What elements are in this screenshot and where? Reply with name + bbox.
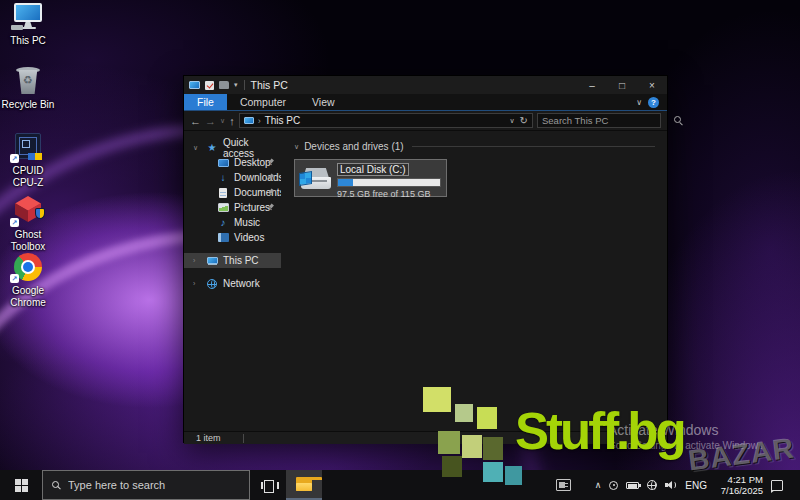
explorer-search-box[interactable]	[537, 113, 661, 128]
expand-icon[interactable]: ›	[193, 280, 195, 287]
drive-local-disk-c[interactable]: Local Disk (C:) 97.5 GB free of 115 GB	[294, 159, 447, 197]
group-header[interactable]: ∨ Devices and drives (1)	[294, 141, 667, 152]
desktop-icon-label: This PC	[0, 35, 56, 47]
chrome-icon: ↗	[12, 252, 44, 282]
shortcut-arrow-icon: ↗	[10, 218, 19, 227]
pin-icon	[267, 159, 274, 166]
address-bar-controls: ∨ ↻	[509, 115, 528, 126]
back-button[interactable]: ←	[190, 115, 201, 127]
file-explorer-taskbar-button[interactable]	[286, 470, 322, 500]
volume-icon[interactable]	[665, 480, 677, 490]
hidden-icons-chevron-icon[interactable]: ∧	[595, 480, 602, 490]
sidebar-item-music[interactable]: ♪ Music	[184, 215, 281, 230]
expand-icon[interactable]: ∨	[193, 144, 198, 152]
taskbar-clock[interactable]: 4:21 PM 7/16/2025	[715, 474, 763, 497]
customize-toolbar-dropdown-icon[interactable]: ▾	[234, 81, 238, 89]
sidebar-item-videos[interactable]: Videos	[184, 230, 281, 245]
desktop-icon-chrome[interactable]: ↗ Google Chrome	[0, 252, 56, 308]
clock-time: 4:21 PM	[715, 474, 763, 485]
drive-usage-fill	[338, 179, 353, 186]
sidebar-item-pictures[interactable]: Pictures	[184, 200, 281, 215]
breadcrumb[interactable]: This PC	[265, 115, 301, 126]
taskbar-search-box[interactable]	[42, 470, 250, 500]
address-bar[interactable]: › This PC ∨ ↻	[239, 113, 533, 128]
desktop-icon-label: CPUID CPU-Z	[0, 165, 56, 188]
drive-usage-bar	[337, 178, 441, 187]
file-explorer-window: ▾ This PC – □ × File Computer View ∨ ? ←…	[183, 75, 668, 443]
title-bar[interactable]: ▾ This PC – □ ×	[184, 76, 667, 94]
taskbar-search-input[interactable]	[68, 479, 240, 491]
tab-view[interactable]: View	[299, 94, 348, 110]
refresh-icon[interactable]: ↻	[520, 115, 528, 126]
forward-button[interactable]: →	[205, 115, 216, 127]
task-view-icon	[261, 480, 275, 491]
sidebar-item-label: Music	[234, 217, 260, 228]
pictures-icon	[218, 203, 229, 212]
search-icon	[52, 481, 61, 490]
sidebar-item-downloads[interactable]: ↓ Downloads	[184, 170, 281, 185]
file-list-pane[interactable]: ∨ Devices and drives (1) Local Disk (C:)…	[281, 131, 667, 431]
battery-icon[interactable]	[626, 482, 639, 489]
desktop-icon-recycle-bin[interactable]: ♻ Recycle Bin	[0, 66, 56, 111]
news-widget-icon[interactable]	[556, 479, 571, 491]
status-bar: 1 item	[184, 431, 667, 444]
address-dropdown-icon[interactable]: ∨	[509, 117, 514, 125]
maximize-button[interactable]: □	[607, 76, 637, 94]
network-icon[interactable]	[647, 480, 657, 490]
shortcut-arrow-icon: ↗	[10, 154, 19, 163]
quick-access-star-icon: ★	[206, 143, 218, 153]
desktop-icon-cpuz[interactable]: ↗ CPUID CPU-Z	[0, 132, 56, 188]
window-title: This PC	[251, 79, 288, 91]
explorer-search-input[interactable]	[542, 115, 674, 126]
sidebar-item-documents[interactable]: Documents	[184, 185, 281, 200]
this-pc-icon	[12, 2, 44, 32]
desktop-icon-label: Ghost Toolbox	[0, 229, 56, 252]
start-button[interactable]	[0, 470, 42, 500]
window-body: ∨ ★ Quick access Desktop ↓ Downloads Doc…	[184, 131, 667, 431]
sidebar-item-label: This PC	[223, 255, 259, 266]
sidebar-item-quick-access[interactable]: ∨ ★ Quick access	[184, 140, 281, 155]
sidebar-item-desktop[interactable]: Desktop	[184, 155, 281, 170]
desktop-icon-label: Recycle Bin	[0, 99, 56, 111]
hard-drive-icon	[299, 164, 333, 194]
minimize-button[interactable]: –	[577, 76, 607, 94]
help-icon[interactable]: ?	[648, 97, 659, 108]
activate-line1: Activate Windows	[608, 422, 766, 438]
sidebar-item-label: Desktop	[234, 157, 271, 168]
activate-line2: Go to Settings to activate Windows.	[608, 440, 766, 451]
windows-logo-icon	[15, 479, 28, 492]
drive-name: Local Disk (C:)	[337, 163, 409, 176]
task-view-button[interactable]	[250, 470, 286, 500]
desktop-folder-icon	[218, 159, 229, 167]
divider	[244, 80, 245, 90]
desktop-icon-this-pc[interactable]: This PC	[0, 2, 56, 47]
videos-icon	[218, 233, 229, 242]
folder-icon	[296, 479, 312, 491]
meet-now-icon[interactable]	[609, 481, 618, 490]
desktop-icon-ghost-toolbox[interactable]: ↗ Ghost Toolbox	[0, 196, 56, 252]
breadcrumb-pc-icon	[244, 117, 254, 124]
close-button[interactable]: ×	[637, 76, 667, 94]
language-indicator[interactable]: ENG	[685, 480, 707, 491]
expand-ribbon-icon[interactable]: ∨	[636, 98, 642, 107]
shortcut-arrow-icon: ↗	[10, 274, 19, 283]
pin-icon	[267, 189, 274, 196]
up-button[interactable]: ↑	[229, 115, 235, 127]
window-controls: – □ ×	[577, 76, 667, 94]
music-note-icon: ♪	[217, 218, 229, 228]
properties-icon[interactable]	[205, 81, 214, 90]
pin-icon	[267, 204, 274, 211]
action-center-icon[interactable]	[771, 480, 783, 491]
sidebar-item-network[interactable]: › Network	[184, 276, 281, 291]
tab-file[interactable]: File	[184, 94, 227, 110]
activate-windows-watermark: Activate Windows Go to Settings to activ…	[608, 422, 766, 451]
expand-icon[interactable]: ›	[193, 257, 195, 264]
recent-locations-dropdown-icon[interactable]: ∨	[220, 117, 225, 125]
search-icon	[674, 116, 683, 125]
new-folder-icon[interactable]	[219, 81, 229, 89]
navigation-pane: ∨ ★ Quick access Desktop ↓ Downloads Doc…	[184, 131, 281, 431]
tab-computer[interactable]: Computer	[227, 94, 299, 110]
cpu-chip-icon: ↗	[12, 132, 44, 162]
sidebar-item-this-pc[interactable]: › This PC	[184, 253, 281, 268]
collapse-group-icon[interactable]: ∨	[294, 143, 299, 151]
